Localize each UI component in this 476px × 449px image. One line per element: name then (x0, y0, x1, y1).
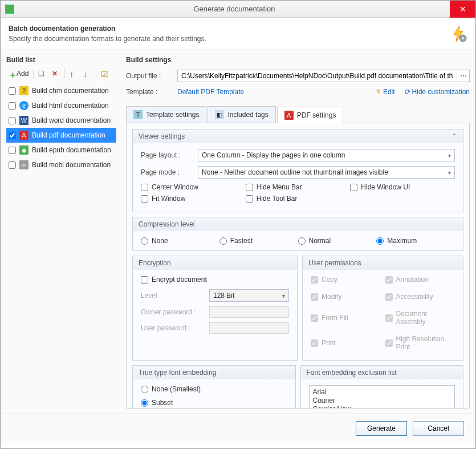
user-password-label: User password : (141, 324, 204, 332)
page-layout-label: Page layout : (141, 151, 192, 159)
output-file-field[interactable]: ⋯ (177, 70, 470, 82)
sidebar-title: Build list (6, 56, 116, 64)
fit-window-checkbox[interactable] (141, 195, 148, 203)
tab-included-tags[interactable]: ◧Included tags (208, 106, 275, 123)
font-list-item[interactable]: Courier (313, 397, 451, 405)
output-more-button[interactable]: ⋯ (457, 72, 469, 80)
group-title-text: True type font embedding (139, 369, 216, 377)
pencil-icon (375, 88, 381, 96)
tab-template-settings[interactable]: TTemplate settings (126, 106, 206, 123)
select-all-button[interactable] (99, 68, 111, 79)
compression-group: Compression level None Fastest Normal Ma… (132, 217, 463, 251)
duplicate-icon (38, 70, 46, 78)
page-title: Batch documentation generation (9, 25, 449, 33)
compression-fastest-radio[interactable] (219, 237, 227, 245)
permissions-group: User permissions Copy Annotation Modify … (302, 256, 463, 361)
fontembed-none-radio[interactable] (141, 386, 148, 393)
perm-modify-checkbox (311, 293, 318, 301)
viewer-settings-group: Viewer settings⌃ Page layout : One Colum… (132, 129, 463, 212)
level-label: Level : (141, 292, 204, 300)
owner-password-label: Owner password : (141, 308, 204, 316)
center-window-checkbox[interactable] (141, 184, 148, 191)
toolbar-separator (96, 69, 96, 78)
perm-highres-checkbox (385, 339, 393, 347)
lightning-gear-icon (449, 25, 467, 43)
compression-none-radio[interactable] (141, 237, 148, 245)
collapse-group-button[interactable]: ⌃ (451, 132, 457, 140)
page-mode-select[interactable]: None - Neither document outline not thum… (198, 166, 455, 179)
template-tab-icon: T (133, 110, 143, 119)
build-item-checkbox[interactable] (9, 147, 16, 154)
fontembed-subset-radio[interactable] (141, 399, 148, 407)
cancel-button[interactable]: Cancel (413, 421, 464, 436)
template-link[interactable]: Default PDF Template (177, 88, 244, 96)
compression-maximum-radio[interactable] (376, 237, 384, 245)
build-item-html[interactable]: eBuild html documentation (6, 98, 116, 113)
caret-down-icon: ▾ (282, 293, 285, 299)
mobi-icon: m (19, 160, 29, 169)
delete-button[interactable] (50, 68, 62, 79)
hide-menu-checkbox[interactable] (246, 184, 253, 191)
hide-toolbar-checkbox[interactable] (246, 195, 253, 203)
group-title-text: Font embedding exclusion list (307, 369, 397, 377)
page-layout-select[interactable]: One Column - Display the pages in one co… (198, 149, 455, 161)
build-item-mobi[interactable]: mBuild mobi documentation (6, 157, 116, 172)
build-item-pdf[interactable]: ABuild pdf documentation (6, 128, 116, 143)
window-title: Generate documentation (19, 5, 450, 13)
perm-copy-checkbox (311, 276, 318, 284)
title-bar: Generate documentation ✕ (1, 1, 475, 18)
build-item-word[interactable]: WBuild word documentation (6, 113, 116, 128)
check-label: Hide Menu Bar (257, 183, 302, 191)
compression-normal-radio[interactable] (298, 237, 306, 245)
build-item-epub[interactable]: ◆Build epub documentation (6, 143, 116, 157)
dialog-footer: Generate Cancel (1, 414, 475, 443)
tab-pdf-settings[interactable]: APDF settings (277, 107, 344, 123)
check-label: Hide Window UI (361, 183, 410, 191)
check-label: Fit Window (152, 195, 185, 203)
check-label: Hide Tool Bar (257, 195, 298, 203)
duplicate-button[interactable] (36, 68, 48, 79)
move-up-button[interactable] (67, 68, 80, 79)
encrypt-document-checkbox[interactable] (141, 276, 148, 284)
chm-icon: ? (19, 86, 29, 95)
build-item-checkbox[interactable] (9, 161, 16, 169)
build-item-checkbox[interactable] (9, 102, 16, 110)
tab-bar: TTemplate settings ◧Included tags APDF s… (126, 106, 470, 123)
group-title-text: User permissions (308, 259, 361, 267)
perm-formfill-checkbox (311, 314, 318, 322)
pdf-icon: A (19, 131, 29, 140)
build-item-checkbox[interactable] (9, 132, 16, 139)
app-icon (5, 5, 14, 14)
hide-window-ui-checkbox[interactable] (350, 184, 357, 191)
group-title-text: Encryption (139, 259, 171, 267)
owner-password-input (209, 306, 289, 318)
group-title-text: Compression level (139, 220, 195, 228)
svg-point-2 (462, 37, 464, 39)
toolbar-separator (33, 69, 34, 78)
font-list-item[interactable]: Arial (313, 388, 451, 397)
delete-icon (52, 70, 60, 78)
hide-customization-link[interactable]: Hide customization (404, 88, 470, 96)
build-item-checkbox[interactable] (9, 87, 16, 95)
font-list-item[interactable]: Courier New (313, 405, 451, 408)
output-label: Output file : (126, 72, 173, 80)
build-list: ?Build chm documentation eBuild html doc… (6, 83, 116, 172)
perm-annotation-checkbox (385, 276, 393, 284)
encryption-group: Encryption Encrypt document Level : 128 … (132, 256, 298, 361)
close-button[interactable]: ✕ (450, 1, 475, 18)
generate-button[interactable]: Generate (356, 421, 407, 436)
build-item-checkbox[interactable] (9, 117, 16, 124)
page-header: Batch documentation generation Specify t… (1, 18, 475, 50)
font-exclusion-list[interactable]: Arial Courier Courier New Times New Roma… (309, 385, 455, 408)
edit-link[interactable]: Edit (375, 88, 395, 96)
build-item-chm[interactable]: ?Build chm documentation (6, 83, 116, 98)
html-icon: e (19, 101, 29, 110)
arrow-down-icon (83, 70, 91, 78)
build-item-label: Build html documentation (32, 102, 109, 110)
move-down-button[interactable] (81, 68, 93, 79)
add-button[interactable]: ＋ Add (6, 68, 31, 79)
output-file-input[interactable] (178, 71, 457, 81)
caret-down-icon: ▾ (448, 152, 451, 159)
select-all-icon (101, 70, 109, 78)
word-icon: W (19, 116, 29, 125)
